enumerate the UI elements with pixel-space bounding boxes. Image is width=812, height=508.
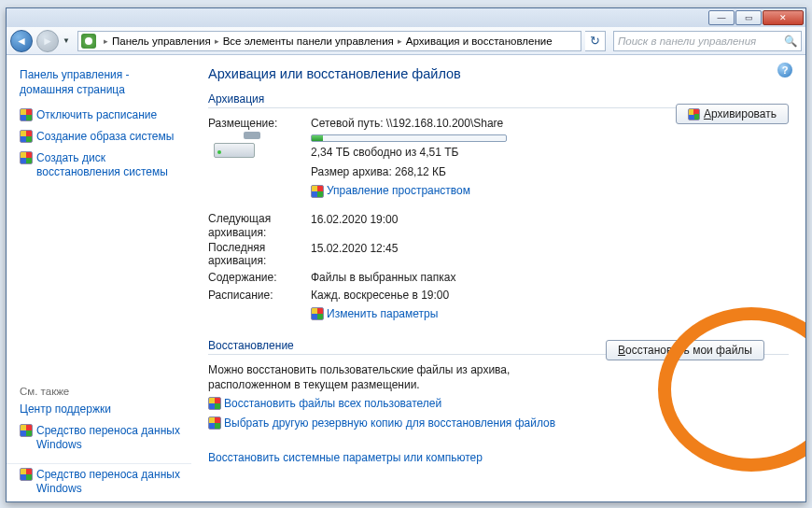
back-button[interactable]: ◄ bbox=[10, 30, 33, 52]
see-also-support-center[interactable]: Центр поддержки bbox=[20, 402, 182, 416]
control-panel-icon bbox=[81, 34, 96, 49]
next-backup-value: 16.02.2020 19:00 bbox=[311, 212, 789, 239]
content-value: Файлы в выбранных папках bbox=[311, 270, 789, 286]
breadcrumb[interactable]: ▸ Панель управления ▸ Все элементы панел… bbox=[77, 31, 581, 51]
backup-now-button[interactable]: ААрхивироватьрхивировать bbox=[676, 104, 789, 124]
help-icon[interactable]: ? bbox=[777, 63, 792, 78]
shield-icon bbox=[208, 397, 221, 410]
change-params-link[interactable]: Изменить параметры bbox=[311, 306, 438, 322]
next-backup-label: Следующая архивация: bbox=[208, 212, 311, 239]
page-title: Архивация или восстановление файлов bbox=[208, 66, 789, 81]
maximize-button[interactable]: ▭ bbox=[735, 10, 762, 25]
control-panel-home-link[interactable]: Панель управления - домашняя страница bbox=[20, 68, 182, 97]
shield-icon bbox=[20, 151, 33, 164]
close-button[interactable]: ✕ bbox=[763, 10, 804, 25]
disk-usage-bar bbox=[311, 134, 507, 142]
shield-icon bbox=[20, 108, 33, 121]
search-icon: 🔍 bbox=[784, 35, 797, 48]
last-backup-value: 15.02.2020 12:45 bbox=[311, 241, 789, 268]
schedule-value: Кажд. воскресенье в 19:00 bbox=[311, 288, 789, 303]
shield-icon bbox=[20, 130, 33, 143]
choose-other-backup-link[interactable]: Выбрать другую резервную копию для восст… bbox=[208, 416, 555, 430]
see-also-easy-transfer-2[interactable]: Средство переноса данных Windows bbox=[20, 468, 182, 496]
manage-space-link[interactable]: Управление пространством bbox=[311, 183, 470, 199]
chevron-right-icon: ▸ bbox=[394, 36, 406, 46]
chevron-right-icon: ▸ bbox=[211, 36, 223, 46]
nav-bar: ◄ ► ▼ ▸ Панель управления ▸ Все элементы… bbox=[7, 27, 805, 55]
search-input[interactable]: Поиск в панели управления 🔍 bbox=[613, 31, 802, 51]
restore-my-files-button[interactable]: Восстановить мои файлы Восстановить мои … bbox=[606, 340, 764, 360]
minimize-button[interactable]: — bbox=[708, 10, 735, 25]
forward-button[interactable]: ► bbox=[36, 30, 59, 52]
search-placeholder: Поиск в панели управления bbox=[618, 35, 756, 47]
see-also-title: См. также bbox=[20, 386, 182, 397]
restore-section: Восстановление Восстановить мои файлы Во… bbox=[208, 339, 789, 465]
window: — ▭ ✕ ◄ ► ▼ ▸ Панель управления ▸ Все эл… bbox=[6, 7, 806, 502]
restore-system-link[interactable]: Восстановить системные параметры или ком… bbox=[208, 451, 483, 464]
sidebar: Панель управления - домашняя страница От… bbox=[7, 55, 191, 501]
divider bbox=[7, 463, 191, 464]
shield-icon bbox=[311, 307, 324, 320]
shield-icon bbox=[208, 416, 221, 430]
sidebar-link-disable-schedule[interactable]: Отключить расписание bbox=[20, 108, 182, 122]
location-value-block: Сетевой путь: \\192.168.10.200\Share 2,3… bbox=[311, 116, 789, 203]
history-dropdown-icon[interactable]: ▼ bbox=[63, 36, 74, 45]
breadcrumb-item[interactable]: Панель управления bbox=[112, 35, 211, 47]
archive-size: Размер архива: 268,12 КБ bbox=[311, 164, 789, 180]
content-label: Содержание: bbox=[208, 270, 311, 286]
see-also-easy-transfer[interactable]: Средство переноса данных Windows bbox=[20, 424, 182, 452]
drive-icon bbox=[210, 130, 266, 167]
chevron-right-icon: ▸ bbox=[100, 36, 112, 46]
archive-section: Архивация ААрхивироватьрхивировать Разме… bbox=[208, 92, 789, 326]
last-backup-label: Последняя архивация: bbox=[208, 241, 311, 268]
restore-all-users-link[interactable]: Восстановить файлы всех пользователей bbox=[208, 397, 441, 410]
titlebar: — ▭ ✕ bbox=[7, 8, 805, 27]
free-space: 2,34 ТБ свободно из 4,51 ТБ bbox=[311, 145, 789, 161]
shield-icon bbox=[688, 108, 700, 120]
breadcrumb-item[interactable]: Архивация и восстановление bbox=[406, 35, 553, 47]
restore-description: Можно восстановить пользовательские файл… bbox=[208, 362, 525, 394]
shield-icon bbox=[20, 468, 33, 481]
body: Панель управления - домашняя страница От… bbox=[7, 55, 805, 501]
shield-icon bbox=[20, 424, 33, 437]
breadcrumb-item[interactable]: Все элементы панели управления bbox=[223, 35, 394, 47]
schedule-label: Расписание: bbox=[208, 288, 311, 303]
shield-icon bbox=[311, 185, 324, 198]
content: ? Архивация или восстановление файлов Ар… bbox=[191, 55, 805, 501]
refresh-button[interactable]: ↻ bbox=[585, 31, 606, 51]
sidebar-link-create-image[interactable]: Создание образа системы bbox=[20, 130, 182, 144]
sidebar-link-create-recovery-disk[interactable]: Создать диск восстановления системы bbox=[20, 151, 182, 179]
